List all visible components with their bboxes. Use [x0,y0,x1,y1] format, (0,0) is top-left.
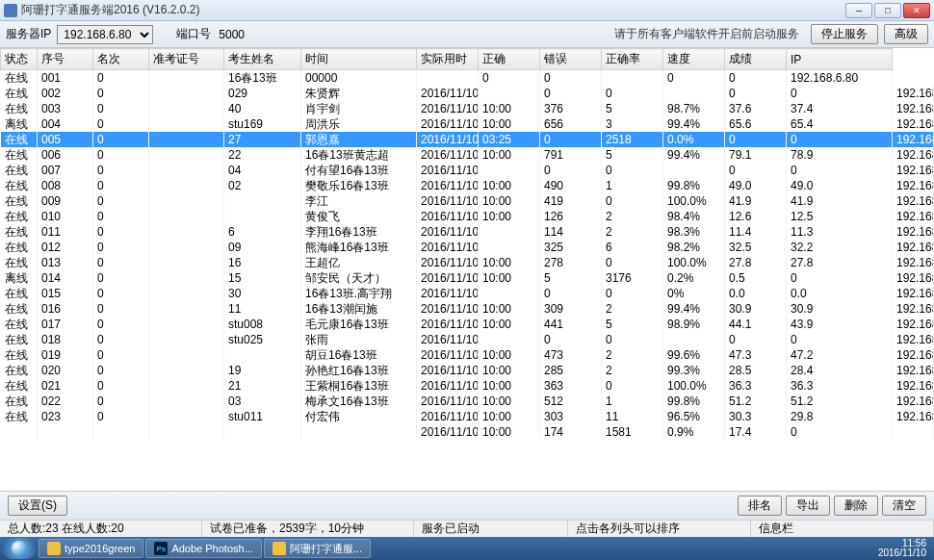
taskbar-item[interactable]: 阿珊打字通服... [264,539,371,558]
column-header[interactable]: IP [787,49,893,70]
table-row[interactable]: 在线0180stu025张雨2016/11/10 11:24:100000192… [1,332,934,347]
column-header[interactable]: 实际用时 [417,49,479,70]
table-cell: 003 [38,101,93,116]
delete-button[interactable]: 删除 [834,496,878,516]
table-cell: 30.9 [725,301,787,317]
table-cell [602,70,663,87]
table-cell: 2016/11/10 11:40:24 [417,424,479,440]
table-cell: 0 [93,255,149,270]
table-cell: 192.168.6.29 [893,86,934,101]
column-header[interactable]: 速度 [663,49,725,70]
table-cell: 79.1 [725,147,787,163]
column-header[interactable]: 成绩 [725,49,787,70]
table-cell: 0 [93,270,149,286]
table-row[interactable]: 在线0230stu011付宏伟2016/11/10 11:44:0810:003… [1,409,934,424]
table-cell: 0 [93,394,149,409]
column-header[interactable]: 考生姓名 [224,49,301,70]
column-header[interactable]: 状态 [1,49,38,70]
table-cell: 00000 [301,70,417,87]
table-cell: 36.3 [787,378,893,394]
table-row[interactable]: 在线020019孙艳红16春13班2016/11/10 11:32:5510:0… [1,363,934,378]
table-row[interactable]: 在线0090李江2016/11/10 11:41:0810:004190100.… [1,193,934,209]
table-cell: 0 [787,132,893,147]
table-cell: 22 [224,147,301,163]
table-cell: 192.168.6.123 [893,301,934,317]
column-header[interactable]: 时间 [301,49,417,70]
data-table-wrap[interactable]: 状态序号名次准考证号考生姓名时间实际用时正确错误正确率速度成绩IP 在线0010… [0,48,934,491]
table-row[interactable]: 在线0100黄俊飞2016/11/10 11:38:5710:00126298.… [1,209,934,224]
column-header[interactable]: 序号 [38,49,93,70]
table-row[interactable]: 2016/11/10 11:40:2410:0017415810.9%17.40 [1,424,934,440]
taskbar-item[interactable]: type2016green [39,539,143,558]
table-cell [149,193,224,209]
table-cell: 2016/11/10 11:44:26 [417,132,479,147]
table-cell: 2016/11/10 11:46:33 [417,394,479,409]
column-header[interactable]: 正确 [479,49,540,70]
table-cell: 0 [787,332,893,347]
tray-clock[interactable]: 11:56 2016/11/10 [878,539,926,558]
table-cell [93,424,149,440]
table-cell [479,86,540,101]
table-cell: 10:00 [479,301,540,317]
table-cell: 张雨 [301,332,417,347]
table-row[interactable]: 在线021021王紫桐16春13班2016/11/10 11:46:3510:0… [1,378,934,394]
clear-button[interactable]: 清空 [882,496,926,516]
table-cell [149,394,224,409]
column-header[interactable]: 名次 [93,49,149,70]
column-header[interactable]: 错误 [540,49,602,70]
table-row[interactable]: 在线01601116春13潮闰施2016/11/10 11:39:3010:00… [1,301,934,317]
settings-button[interactable]: 设置(S) [8,496,67,516]
table-cell: 192.168.6.21 [893,378,934,394]
server-ip-select[interactable]: 192.168.6.80 [57,25,153,44]
table-row[interactable]: 在线012009熊海峰16春13班2016/11/10 11:50:473256… [1,240,934,255]
table-row[interactable]: 在线00602216春13班黄志超2016/11/10 11:44:3510:0… [1,147,934,163]
table-cell: 37.4 [787,101,893,116]
minimize-button[interactable]: ─ [845,3,872,18]
advanced-button[interactable]: 高级 [884,24,928,44]
table-cell: 011 [38,224,93,240]
table-row[interactable]: 在线01106李翔16春13班2016/11/10 11:48:59114298… [1,224,934,240]
stop-service-button[interactable]: 停止服务 [811,24,878,44]
table-cell: 0 [93,363,149,378]
table-cell: 在线 [1,317,38,332]
table-row[interactable]: 在线0020029朱贤辉2016/11/10 11:54:450000192.1… [1,86,934,101]
table-row[interactable]: 离线014015邹安民（天才）2016/11/10 11:50:2210:005… [1,270,934,286]
table-row[interactable]: 离线0040stu169周洪乐2016/11/10 11:50:1210:006… [1,116,934,132]
table-row[interactable]: 在线008002樊敬乐16春13班2016/11/10 11:40:2510:0… [1,178,934,193]
table-cell: 17.4 [725,424,787,440]
export-button[interactable]: 导出 [786,496,830,516]
table-cell: 2016/11/10 11:50:22 [417,270,479,286]
close-button[interactable]: ✕ [903,3,930,18]
taskbar-item[interactable]: PsAdobe Photosh... [145,539,261,558]
table-row[interactable]: 在线007004付有望16春13班2016/11/10 11:31:190000… [1,163,934,178]
table-row[interactable]: 在线003040肖宇剑2016/11/10 11:51:0410:0037659… [1,101,934,116]
status-bar: 总人数:23 在线人数:20 试卷已准备，2539字，10分钟 服务已启动 点击… [0,520,934,537]
rank-button[interactable]: 排名 [738,496,782,516]
table-cell: 孙艳红16春13班 [301,363,417,378]
table-cell: 10:00 [479,178,540,193]
table-row[interactable]: 在线0190胡豆16春13班2016/11/10 11:33:5610:0047… [1,347,934,363]
table-row[interactable]: 在线013016王超亿2016/11/10 11:38:0710:0027801… [1,255,934,270]
maximize-button[interactable]: □ [874,3,901,18]
table-cell: 0 [93,70,149,87]
start-button[interactable] [2,538,37,559]
table-cell: 192.168.6.217 [893,409,934,424]
column-header[interactable]: 准考证号 [149,49,224,70]
table-row[interactable]: 在线022003梅承文16春13班2016/11/10 11:46:3310:0… [1,394,934,409]
table-cell: 51.2 [787,394,893,409]
table-cell: 0 [93,147,149,163]
table-row[interactable]: 在线001016春13班000000000192.168.6.80 [1,70,934,87]
table-cell: 192.168.6.25 [893,332,934,347]
table-cell: 100.0% [663,378,725,394]
table-row[interactable]: 在线0170stu008毛元康16春13班2016/11/10 11:46:59… [1,317,934,332]
table-row[interactable]: 在线01503016春13班.高宇翔2016/11/10 11:38:49000… [1,286,934,301]
table-cell: 10:00 [479,378,540,394]
table-cell: 192.168.6.136 [893,163,934,178]
table-cell: 018 [38,332,93,347]
column-header[interactable]: 正确率 [602,49,663,70]
system-tray[interactable]: 11:56 2016/11/10 [872,539,932,558]
table-row[interactable]: 在线005027郭恩嘉2016/11/10 11:44:2603:2502518… [1,132,934,147]
table-cell: 在线 [1,286,38,301]
table-cell: 03:25 [479,132,540,147]
table-cell: 0% [663,286,725,301]
